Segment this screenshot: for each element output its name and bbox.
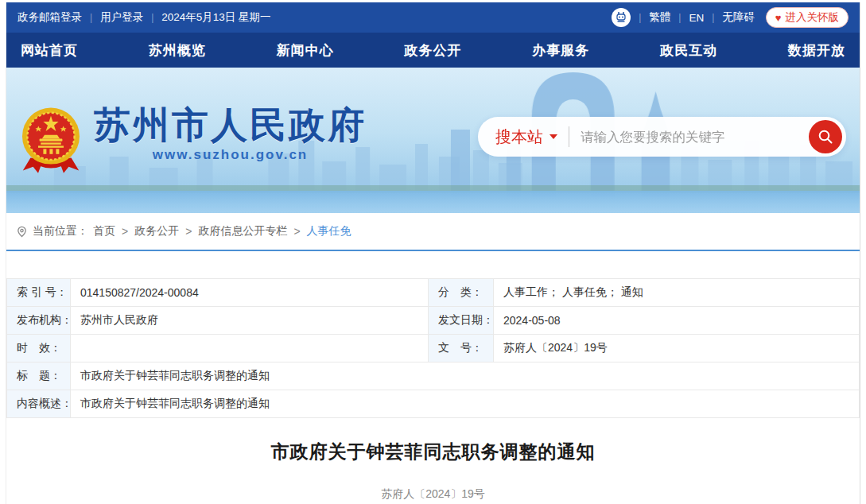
article-title: 市政府关于钟芸菲同志职务调整的通知 (6, 440, 860, 464)
breadcrumb-separator: > (293, 225, 300, 238)
publish-date-value: 2024-05-08 (494, 307, 860, 335)
table-row: 发布机构： 苏州市人民政府 发文日期： 2024-05-08 (7, 307, 860, 335)
search-bar: 搜本站 (478, 117, 846, 157)
banner: 苏州市人民政府 www.suzhou.gov.cn 搜本站 (6, 68, 860, 213)
nav-item-news[interactable]: 新闻中心 (277, 41, 334, 60)
search-divider (569, 126, 569, 147)
breadcrumb-info-disclosure[interactable]: 政府信息公开专栏 (198, 224, 287, 238)
index-number-value: 014150827/2024-00084 (71, 279, 429, 307)
care-mode-button[interactable]: ♥ 进入关怀版 (766, 7, 849, 28)
gov-mail-login-link[interactable]: 政务邮箱登录 (17, 10, 82, 25)
doc-number-label: 文 号： (429, 335, 494, 362)
care-mode-label: 进入关怀版 (786, 10, 840, 25)
table-row: 内容概述： 市政府关于钟芸菲同志职务调整的通知 (7, 390, 860, 418)
nav-item-home[interactable]: 网站首页 (21, 41, 78, 60)
search-scope-label: 搜本站 (495, 126, 543, 148)
summary-label: 内容概述： (7, 390, 71, 418)
breadcrumb-current-personnel[interactable]: 人事任免 (307, 224, 351, 238)
separator: | (90, 12, 92, 23)
separator: | (151, 12, 153, 23)
doc-title-value: 市政府关于钟芸菲同志职务调整的通知 (71, 362, 860, 390)
chevron-down-icon (550, 134, 557, 139)
breadcrumb-separator: > (122, 225, 128, 238)
location-pin-icon (16, 226, 28, 238)
table-row: 时 效： 文 号： 苏府人〔2024〕19号 (7, 335, 860, 362)
separator: | (678, 12, 681, 23)
breadcrumb-label: 当前位置： (33, 224, 88, 238)
accessibility-link[interactable]: 无障碍 (722, 10, 755, 25)
nav-item-services[interactable]: 办事服务 (532, 41, 589, 60)
separator: | (712, 12, 714, 23)
breadcrumb-gov-affairs[interactable]: 政务公开 (134, 224, 179, 238)
search-icon (817, 128, 834, 145)
nav-item-open-data[interactable]: 数据开放 (788, 41, 845, 60)
document-meta-section: 索 引 号： 014150827/2024-00084 分 类： 人事工作； 人… (6, 251, 860, 418)
robot-icon (615, 11, 627, 24)
lang-en-link[interactable]: EN (689, 12, 704, 24)
publish-date-label: 发文日期： (429, 307, 494, 335)
category-label: 分 类： (429, 279, 494, 307)
page: 政务邮箱登录 | 用户登录 | 2024年5月13日 星期一 | 繁 (6, 2, 860, 504)
publisher-value: 苏州市人民政府 (71, 307, 429, 335)
document-meta-table: 索 引 号： 014150827/2024-00084 分 类： 人事工作； 人… (6, 278, 860, 418)
site-brand: 苏州市人民政府 www.suzhou.gov.cn (19, 106, 367, 176)
category-value: 人事工作； 人事任免； 通知 (494, 279, 860, 307)
topbar-left: 政务邮箱登录 | 用户登录 | 2024年5月13日 星期一 (17, 10, 271, 25)
site-name: 苏州市人民政府 (94, 106, 367, 144)
validity-label: 时 效： (7, 335, 71, 362)
national-emblem-logo (19, 106, 83, 176)
search-scope-dropdown[interactable]: 搜本站 (495, 126, 557, 148)
chatbot-robot-icon[interactable] (612, 8, 631, 27)
nav-item-interaction[interactable]: 政民互动 (660, 41, 717, 60)
publisher-label: 发布机构： (7, 307, 71, 335)
validity-value (71, 335, 429, 362)
index-number-label: 索 引 号： (7, 279, 71, 307)
breadcrumb: 当前位置： 首页 > 政务公开 > 政府信息公开专栏 > 人事任免 (6, 213, 860, 250)
site-url: www.suzhou.gov.cn (94, 147, 367, 163)
lang-traditional-link[interactable]: 繁體 (649, 10, 670, 25)
top-utility-bar: 政务邮箱登录 | 用户登录 | 2024年5月13日 星期一 | 繁 (6, 2, 860, 33)
current-date-label: 2024年5月13日 星期一 (161, 10, 270, 25)
search-button[interactable] (809, 120, 842, 153)
breadcrumb-home[interactable]: 首页 (93, 224, 115, 238)
breadcrumb-separator: > (185, 225, 192, 238)
article-doc-number: 苏府人〔2024〕19号 (6, 487, 860, 502)
separator: | (639, 12, 641, 23)
heart-icon: ♥ (775, 13, 782, 23)
table-row: 索 引 号： 014150827/2024-00084 分 类： 人事工作； 人… (7, 279, 860, 307)
site-title-block: 苏州市人民政府 www.suzhou.gov.cn (94, 106, 367, 163)
summary-value: 市政府关于钟芸菲同志职务调整的通知 (71, 390, 860, 418)
nav-item-gov-affairs[interactable]: 政务公开 (404, 41, 461, 60)
nav-item-overview[interactable]: 苏州概览 (149, 41, 206, 60)
table-row: 标 题： 市政府关于钟芸菲同志职务调整的通知 (7, 362, 860, 390)
topbar-right: | 繁體 | EN | 无障碍 ♥ 进入关怀版 (612, 7, 849, 28)
main-nav: 网站首页 苏州概览 新闻中心 政务公开 办事服务 政民互动 数据开放 (6, 33, 860, 68)
search-input[interactable] (581, 130, 809, 145)
doc-number-value: 苏府人〔2024〕19号 (494, 335, 860, 362)
doc-title-label: 标 题： (7, 362, 71, 390)
user-login-link[interactable]: 用户登录 (100, 10, 143, 25)
